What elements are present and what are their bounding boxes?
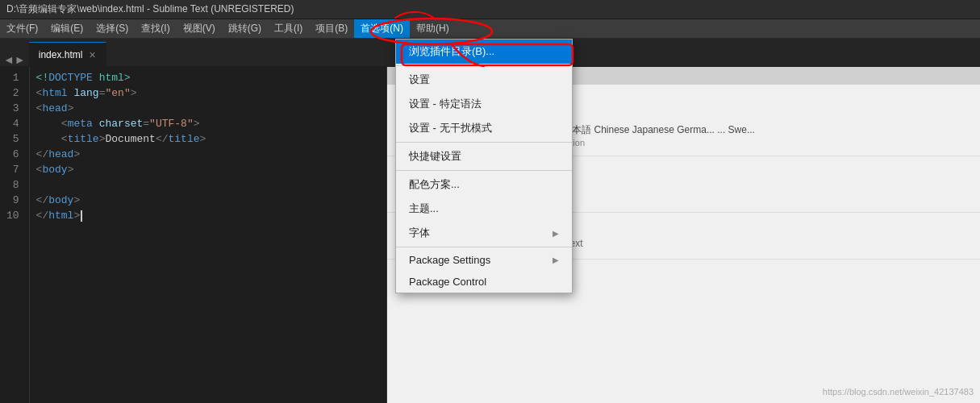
menu-goto[interactable]: 跳转(G) [222, 19, 268, 38]
code-line-7: <body> [36, 162, 380, 177]
menu-prefs[interactable]: 首选项(N) [354, 19, 410, 38]
right-arrow-icon: ► [15, 53, 26, 66]
title-bar: D:\音频编辑专家\web\index.html - Sublime Text … [0, 0, 980, 19]
code-line-6: </head> [36, 147, 380, 162]
package-settings-label: Package Settings [409, 254, 490, 266]
browse-plugins-label: 浏览插件目录(B)... [409, 44, 494, 59]
menu-project[interactable]: 项目(B) [309, 19, 354, 38]
font-submenu-arrow: ▶ [553, 229, 559, 238]
package-settings-arrow: ▶ [553, 256, 559, 264]
left-arrow-icon: ◄ [3, 53, 15, 66]
editor-tab[interactable]: index.html × [29, 42, 106, 66]
code-line-2: <html lang="en"> [36, 85, 380, 101]
separator-3 [396, 170, 572, 171]
dropdown-settings-distraction[interactable]: 设置 - 无干扰模式 [396, 116, 572, 140]
settings-distraction-label: 设置 - 无干扰模式 [409, 121, 492, 135]
dropdown-font[interactable]: 字体 ▶ [396, 221, 572, 245]
menu-tools[interactable]: 工具(I) [268, 19, 309, 38]
watermark: https://blog.csdn.net/weixin_42137483 [823, 387, 974, 397]
menu-edit[interactable]: 编辑(E) [44, 19, 90, 38]
dropdown-package-settings[interactable]: Package Settings ▶ [396, 249, 572, 271]
menu-view[interactable]: 视图(V) [177, 19, 222, 38]
code-editor[interactable]: 1 2 3 4 5 6 7 8 9 10 <!DOCTYPE html> <ht… [0, 67, 387, 403]
code-line-3: <head> [36, 101, 380, 116]
separator-1 [396, 65, 572, 66]
separator-4 [396, 247, 572, 247]
package-control-label: Package Control [409, 276, 486, 288]
code-line-4: <meta charset="UTF-8"> [36, 116, 380, 131]
menu-find[interactable]: 查找(I) [135, 19, 176, 38]
theme-label: 主题... [409, 202, 439, 216]
title-text: D:\音频编辑专家\web\index.html - Sublime Text … [6, 2, 294, 16]
color-scheme-label: 配色方案... [409, 177, 460, 192]
code-line-8 [36, 177, 380, 193]
settings-syntax-label: 设置 - 特定语法 [409, 97, 482, 111]
line-numbers: 1 2 3 4 5 6 7 8 9 10 [0, 67, 30, 403]
tab-filename: index.html [39, 49, 83, 60]
dropdown-settings[interactable]: 设置 [396, 68, 572, 92]
font-label: 字体 [409, 226, 430, 240]
menu-select[interactable]: 选择(S) [90, 19, 135, 38]
keybindings-label: 快捷键设置 [409, 149, 461, 164]
dropdown-keybindings[interactable]: 快捷键设置 [396, 144, 572, 168]
settings-label: 设置 [409, 73, 430, 87]
dropdown-settings-syntax[interactable]: 设置 - 特定语法 [396, 92, 572, 116]
prefs-dropdown: 浏览插件目录(B)... 设置 设置 - 特定语法 设置 - 无干扰模式 快捷键… [395, 39, 573, 293]
dropdown-theme[interactable]: 主题... [396, 197, 572, 221]
code-line-9: </body> [36, 193, 380, 208]
dropdown-color-scheme[interactable]: 配色方案... [396, 172, 572, 197]
code-line-10: </html> [36, 208, 380, 223]
tab-close-button[interactable]: × [89, 48, 95, 61]
code-line-5: <title>Document</title> [36, 131, 380, 147]
dropdown-package-control[interactable]: Package Control [396, 271, 572, 293]
code-line-1: <!DOCTYPE html> [36, 70, 380, 85]
menu-help[interactable]: 帮助(H) [410, 19, 456, 38]
code-text[interactable]: <!DOCTYPE html> <html lang="en"> <head> … [30, 67, 386, 403]
dropdown-browse-plugins[interactable]: 浏览插件目录(B)... [396, 39, 572, 64]
menu-file[interactable]: 文件(F) [0, 19, 44, 38]
menu-bar: 文件(F) 编辑(E) 选择(S) 查找(I) 视图(V) 跳转(G) 工具(I… [0, 19, 980, 39]
tab-scroll-arrows: ◄ ► [0, 53, 29, 66]
separator-2 [396, 142, 572, 143]
